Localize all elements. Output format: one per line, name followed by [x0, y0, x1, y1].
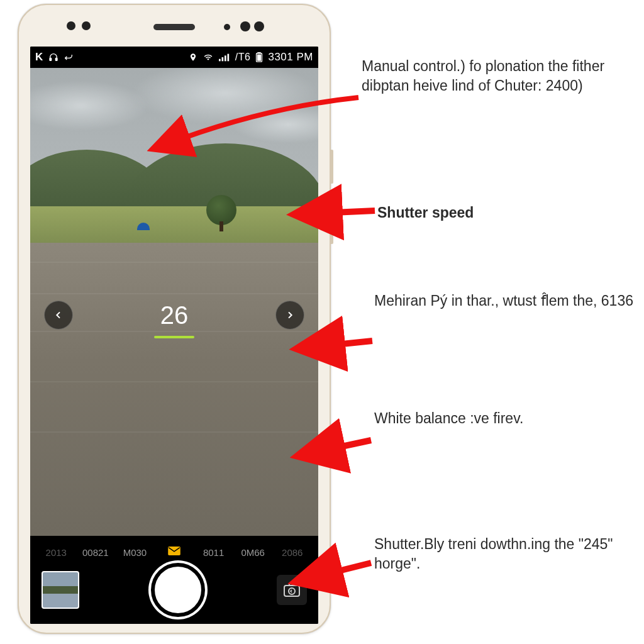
viewfinder-scene	[206, 195, 236, 225]
mode-item[interactable]: M030	[115, 547, 155, 558]
mode-item[interactable]: 8011	[194, 547, 233, 558]
volume-button[interactable]	[330, 194, 333, 244]
proximity-sensor	[224, 24, 230, 30]
annotation-shutter-bly: Shutter.Bly treni dowthn.ing the "245" h…	[374, 535, 644, 574]
svg-rect-9	[168, 546, 180, 555]
annotation-white-balance: White balance :ve firev.	[374, 409, 638, 428]
mode-item[interactable]: 0M66	[233, 547, 273, 558]
wifi-icon	[203, 53, 214, 62]
svg-rect-5	[227, 54, 229, 62]
annotation-manual-control: Manual control.) fo plonation the fither…	[362, 57, 638, 96]
status-bar: K /T6	[30, 47, 318, 68]
svg-rect-0	[50, 58, 52, 60]
value-stepper: 26	[30, 301, 318, 330]
phone-screen: K /T6	[30, 47, 318, 624]
status-letter: K	[35, 51, 43, 64]
annotation-shutter-speed: Shutter speed	[377, 203, 474, 223]
switch-camera-button[interactable]	[277, 575, 307, 605]
svg-rect-3	[221, 57, 223, 61]
viewfinder-scene	[30, 243, 318, 536]
camera-controls	[30, 561, 318, 624]
front-sensor	[67, 21, 75, 30]
viewfinder-scene	[30, 206, 318, 244]
phone-frame: K /T6	[18, 4, 331, 634]
svg-rect-2	[219, 59, 221, 62]
mail-icon[interactable]	[155, 546, 194, 559]
headset-icon	[48, 52, 58, 62]
svg-rect-4	[225, 55, 226, 61]
svg-point-11	[289, 588, 295, 594]
stepper-underline	[154, 336, 194, 338]
front-sensor	[82, 21, 91, 30]
power-button[interactable]	[330, 150, 333, 184]
gallery-thumbnail[interactable]	[42, 571, 79, 609]
mode-item[interactable]: 00821	[76, 547, 116, 558]
front-camera	[254, 21, 264, 31]
stepper-value: 26	[160, 301, 189, 330]
location-icon	[189, 52, 197, 62]
stepper-next-button[interactable]	[275, 301, 304, 330]
svg-rect-8	[257, 55, 261, 61]
mode-item[interactable]: 2013	[36, 547, 76, 558]
earpiece-speaker	[153, 24, 195, 30]
signal-icon	[219, 53, 230, 62]
clock: 3301 PM	[268, 51, 313, 64]
battery-icon	[255, 52, 263, 62]
carrier-label: /T6	[235, 52, 251, 63]
mode-item[interactable]: 2086	[272, 547, 312, 558]
annotation-mehiran: Mehiran Pý in thar., wtust f̂lem the, 61…	[374, 291, 638, 311]
front-camera	[240, 21, 250, 31]
camera-viewfinder[interactable]: 26	[30, 68, 318, 536]
stepper-prev-button[interactable]	[44, 301, 73, 330]
shutter-button[interactable]	[151, 563, 205, 617]
viewfinder-scene	[30, 137, 318, 213]
svg-rect-1	[55, 58, 57, 60]
share-icon	[64, 52, 74, 62]
